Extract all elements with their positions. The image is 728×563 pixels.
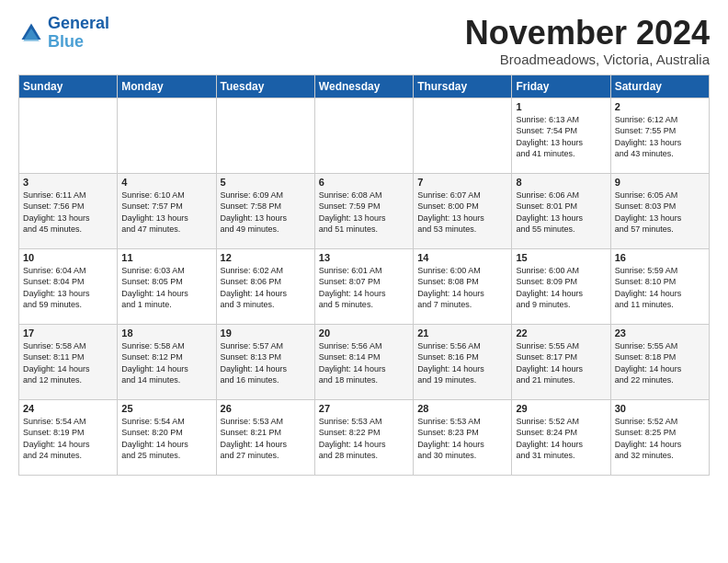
day-info: Sunrise: 5:53 AMSunset: 8:22 PMDaylight:… bbox=[319, 416, 409, 462]
calendar-header-row: Sunday Monday Tuesday Wednesday Thursday… bbox=[19, 75, 710, 98]
day-number: 8 bbox=[516, 177, 606, 188]
day-info: Sunrise: 6:11 AMSunset: 7:56 PMDaylight:… bbox=[23, 190, 113, 236]
col-tuesday: Tuesday bbox=[216, 75, 314, 98]
day-number: 5 bbox=[221, 177, 311, 188]
day-number: 29 bbox=[516, 403, 606, 414]
day-number: 11 bbox=[121, 252, 211, 263]
week-row-3: 10Sunrise: 6:04 AMSunset: 8:04 PMDayligh… bbox=[19, 248, 710, 324]
day-number: 30 bbox=[615, 403, 705, 414]
day-number: 17 bbox=[23, 327, 113, 339]
logo-text: General Blue bbox=[48, 15, 109, 52]
logo-icon bbox=[18, 20, 44, 46]
week-row-1: 1Sunrise: 6:13 AMSunset: 7:54 PMDaylight… bbox=[19, 98, 710, 173]
col-sunday: Sunday bbox=[19, 75, 118, 98]
calendar-cell-1-3 bbox=[216, 98, 314, 173]
day-number: 28 bbox=[417, 403, 507, 414]
day-info: Sunrise: 5:58 AMSunset: 8:12 PMDaylight:… bbox=[121, 340, 211, 386]
day-info: Sunrise: 5:59 AMSunset: 8:10 PMDaylight:… bbox=[615, 265, 705, 311]
calendar-cell-1-2 bbox=[118, 98, 216, 173]
day-number: 24 bbox=[23, 403, 113, 414]
page: General Blue November 2024 Broadmeadows,… bbox=[0, 0, 728, 485]
col-thursday: Thursday bbox=[414, 75, 512, 98]
calendar-cell-4-6: 22Sunrise: 5:55 AMSunset: 8:17 PMDayligh… bbox=[512, 324, 610, 399]
day-number: 25 bbox=[121, 403, 211, 414]
day-info: Sunrise: 5:56 AMSunset: 8:16 PMDaylight:… bbox=[417, 340, 507, 386]
col-saturday: Saturday bbox=[610, 75, 709, 98]
calendar-cell-4-5: 21Sunrise: 5:56 AMSunset: 8:16 PMDayligh… bbox=[414, 324, 512, 399]
calendar-cell-2-6: 8Sunrise: 6:06 AMSunset: 8:01 PMDaylight… bbox=[512, 173, 610, 248]
day-number: 15 bbox=[516, 252, 606, 263]
calendar-cell-4-7: 23Sunrise: 5:55 AMSunset: 8:18 PMDayligh… bbox=[610, 324, 709, 399]
day-number: 9 bbox=[615, 177, 705, 188]
calendar-cell-1-5 bbox=[414, 98, 512, 173]
day-info: Sunrise: 5:54 AMSunset: 8:20 PMDaylight:… bbox=[121, 416, 211, 462]
col-monday: Monday bbox=[118, 75, 216, 98]
day-info: Sunrise: 6:10 AMSunset: 7:57 PMDaylight:… bbox=[121, 190, 211, 236]
day-info: Sunrise: 5:56 AMSunset: 8:14 PMDaylight:… bbox=[319, 340, 409, 386]
day-info: Sunrise: 5:53 AMSunset: 8:21 PMDaylight:… bbox=[221, 416, 311, 462]
day-number: 4 bbox=[121, 177, 211, 188]
day-info: Sunrise: 6:03 AMSunset: 8:05 PMDaylight:… bbox=[121, 265, 211, 311]
day-info: Sunrise: 6:13 AMSunset: 7:54 PMDaylight:… bbox=[516, 114, 606, 160]
calendar-cell-1-7: 2Sunrise: 6:12 AMSunset: 7:55 PMDaylight… bbox=[610, 98, 709, 173]
col-friday: Friday bbox=[512, 75, 610, 98]
calendar-cell-3-2: 11Sunrise: 6:03 AMSunset: 8:05 PMDayligh… bbox=[118, 248, 216, 324]
day-number: 12 bbox=[221, 252, 311, 263]
header: General Blue November 2024 Broadmeadows,… bbox=[18, 15, 710, 67]
day-info: Sunrise: 6:12 AMSunset: 7:55 PMDaylight:… bbox=[615, 114, 705, 160]
day-info: Sunrise: 6:01 AMSunset: 8:07 PMDaylight:… bbox=[319, 265, 409, 311]
calendar-cell-5-1: 24Sunrise: 5:54 AMSunset: 8:19 PMDayligh… bbox=[19, 399, 118, 475]
week-row-2: 3Sunrise: 6:11 AMSunset: 7:56 PMDaylight… bbox=[19, 173, 710, 248]
day-number: 1 bbox=[516, 101, 606, 112]
day-info: Sunrise: 6:07 AMSunset: 8:00 PMDaylight:… bbox=[417, 190, 507, 236]
day-info: Sunrise: 6:00 AMSunset: 8:09 PMDaylight:… bbox=[516, 265, 606, 311]
day-info: Sunrise: 6:04 AMSunset: 8:04 PMDaylight:… bbox=[23, 265, 113, 311]
calendar: Sunday Monday Tuesday Wednesday Thursday… bbox=[18, 75, 710, 476]
day-number: 19 bbox=[221, 327, 311, 339]
day-number: 16 bbox=[615, 252, 705, 263]
day-info: Sunrise: 6:08 AMSunset: 7:59 PMDaylight:… bbox=[319, 190, 409, 236]
calendar-cell-1-6: 1Sunrise: 6:13 AMSunset: 7:54 PMDaylight… bbox=[512, 98, 610, 173]
day-number: 14 bbox=[417, 252, 507, 263]
day-info: Sunrise: 5:57 AMSunset: 8:13 PMDaylight:… bbox=[221, 340, 311, 386]
day-info: Sunrise: 5:55 AMSunset: 8:17 PMDaylight:… bbox=[516, 340, 606, 386]
day-info: Sunrise: 6:02 AMSunset: 8:06 PMDaylight:… bbox=[221, 265, 311, 311]
calendar-cell-5-5: 28Sunrise: 5:53 AMSunset: 8:23 PMDayligh… bbox=[414, 399, 512, 475]
calendar-cell-5-3: 26Sunrise: 5:53 AMSunset: 8:21 PMDayligh… bbox=[216, 399, 314, 475]
day-info: Sunrise: 5:53 AMSunset: 8:23 PMDaylight:… bbox=[417, 416, 507, 462]
day-info: Sunrise: 6:00 AMSunset: 8:08 PMDaylight:… bbox=[417, 265, 507, 311]
day-number: 10 bbox=[23, 252, 113, 263]
calendar-cell-5-7: 30Sunrise: 5:52 AMSunset: 8:25 PMDayligh… bbox=[610, 399, 709, 475]
calendar-cell-2-3: 5Sunrise: 6:09 AMSunset: 7:58 PMDaylight… bbox=[216, 173, 314, 248]
calendar-cell-1-1 bbox=[19, 98, 118, 173]
day-number: 7 bbox=[417, 177, 507, 188]
calendar-cell-3-4: 13Sunrise: 6:01 AMSunset: 8:07 PMDayligh… bbox=[314, 248, 413, 324]
calendar-cell-4-2: 18Sunrise: 5:58 AMSunset: 8:12 PMDayligh… bbox=[118, 324, 216, 399]
calendar-cell-2-7: 9Sunrise: 6:05 AMSunset: 8:03 PMDaylight… bbox=[610, 173, 709, 248]
calendar-cell-5-2: 25Sunrise: 5:54 AMSunset: 8:20 PMDayligh… bbox=[118, 399, 216, 475]
calendar-cell-5-4: 27Sunrise: 5:53 AMSunset: 8:22 PMDayligh… bbox=[314, 399, 413, 475]
calendar-cell-2-2: 4Sunrise: 6:10 AMSunset: 7:57 PMDaylight… bbox=[118, 173, 216, 248]
calendar-cell-2-5: 7Sunrise: 6:07 AMSunset: 8:00 PMDaylight… bbox=[414, 173, 512, 248]
calendar-cell-4-3: 19Sunrise: 5:57 AMSunset: 8:13 PMDayligh… bbox=[216, 324, 314, 399]
day-info: Sunrise: 5:55 AMSunset: 8:18 PMDaylight:… bbox=[615, 340, 705, 386]
title-block: November 2024 Broadmeadows, Victoria, Au… bbox=[465, 15, 710, 67]
subtitle: Broadmeadows, Victoria, Australia bbox=[465, 52, 710, 67]
day-number: 26 bbox=[221, 403, 311, 414]
col-wednesday: Wednesday bbox=[314, 75, 413, 98]
day-number: 23 bbox=[615, 327, 705, 339]
day-info: Sunrise: 5:52 AMSunset: 8:25 PMDaylight:… bbox=[615, 416, 705, 462]
calendar-cell-3-6: 15Sunrise: 6:00 AMSunset: 8:09 PMDayligh… bbox=[512, 248, 610, 324]
day-info: Sunrise: 5:54 AMSunset: 8:19 PMDaylight:… bbox=[23, 416, 113, 462]
day-number: 22 bbox=[516, 327, 606, 339]
day-info: Sunrise: 6:05 AMSunset: 8:03 PMDaylight:… bbox=[615, 190, 705, 236]
week-row-5: 24Sunrise: 5:54 AMSunset: 8:19 PMDayligh… bbox=[19, 399, 710, 475]
day-info: Sunrise: 5:58 AMSunset: 8:11 PMDaylight:… bbox=[23, 340, 113, 386]
day-number: 20 bbox=[319, 327, 409, 339]
calendar-cell-2-1: 3Sunrise: 6:11 AMSunset: 7:56 PMDaylight… bbox=[19, 173, 118, 248]
day-number: 13 bbox=[319, 252, 409, 263]
day-number: 27 bbox=[319, 403, 409, 414]
calendar-cell-3-1: 10Sunrise: 6:04 AMSunset: 8:04 PMDayligh… bbox=[19, 248, 118, 324]
calendar-cell-3-7: 16Sunrise: 5:59 AMSunset: 8:10 PMDayligh… bbox=[610, 248, 709, 324]
day-info: Sunrise: 5:52 AMSunset: 8:24 PMDaylight:… bbox=[516, 416, 606, 462]
